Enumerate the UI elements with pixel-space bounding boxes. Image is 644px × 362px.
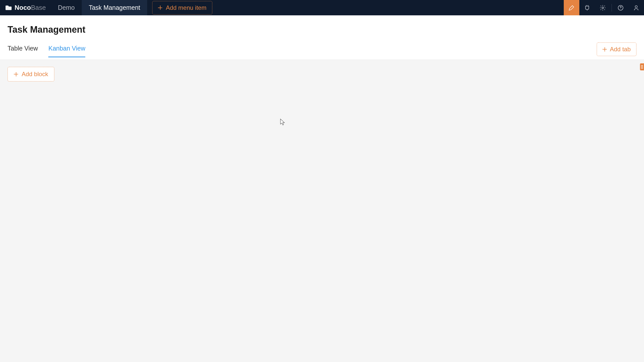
logo-text-light: Base [31, 4, 46, 12]
tab-kanban-view[interactable]: Kanban View [48, 45, 85, 57]
add-menu-item-button[interactable]: Add menu item [152, 1, 212, 15]
add-block-label: Add block [22, 71, 48, 78]
user-button[interactable] [628, 0, 644, 15]
content-header: Task Management Table View Kanban View A… [0, 15, 644, 60]
logo[interactable]: NocoBase [0, 0, 51, 15]
side-drawer-handle[interactable] [640, 63, 644, 70]
tab-table-view[interactable]: Table View [8, 45, 38, 57]
page-title: Task Management [8, 24, 636, 35]
help-button[interactable] [613, 0, 628, 15]
add-tab-label: Add tab [610, 46, 631, 53]
header-right [564, 0, 644, 15]
body-area: Add block [0, 60, 644, 361]
plugin-button[interactable] [579, 0, 595, 15]
help-icon [617, 5, 624, 11]
pen-icon [568, 5, 575, 11]
user-icon [633, 5, 639, 11]
logo-text-bold: Noco [15, 4, 31, 12]
gear-icon [599, 5, 606, 11]
svg-point-0 [602, 7, 604, 9]
tabs: Table View Kanban View [8, 45, 85, 57]
nav-item-demo[interactable]: Demo [51, 0, 82, 15]
svg-point-2 [635, 6, 637, 8]
add-tab-button[interactable]: Add tab [597, 42, 636, 56]
plus-icon [602, 47, 607, 52]
header-left: NocoBase Demo Task Management Add menu i… [0, 0, 212, 15]
logo-icon [5, 5, 12, 11]
add-block-button[interactable]: Add block [8, 67, 54, 81]
handle-line [641, 68, 643, 68]
handle-line [641, 65, 643, 66]
plus-icon [14, 72, 18, 76]
add-menu-item-label: Add menu item [166, 4, 206, 11]
divider [612, 4, 612, 12]
design-mode-button[interactable] [564, 0, 579, 15]
handle-line [641, 67, 643, 67]
tabs-row: Table View Kanban View Add tab [8, 42, 636, 60]
top-nav-bar: NocoBase Demo Task Management Add menu i… [0, 0, 644, 15]
plus-icon [158, 6, 162, 10]
settings-button[interactable] [595, 0, 611, 15]
nav-item-task-management[interactable]: Task Management [82, 0, 147, 15]
plugin-icon [584, 5, 590, 11]
